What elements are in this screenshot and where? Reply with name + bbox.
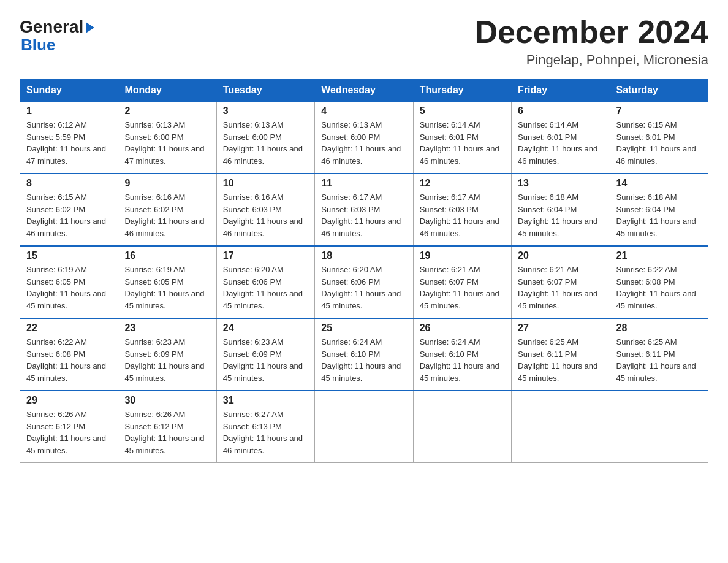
day-number: 2 [124,105,210,117]
day-info: Sunrise: 6:21 AMSunset: 6:07 PMDaylight:… [420,264,505,312]
calendar-week-row: 1Sunrise: 6:12 AMSunset: 5:59 PMDaylight… [20,101,708,174]
calendar-day-cell: 26Sunrise: 6:24 AMSunset: 6:10 PMDayligh… [413,318,511,391]
day-info: Sunrise: 6:17 AMSunset: 6:03 PMDaylight:… [420,191,505,239]
calendar-day-cell: 23Sunrise: 6:23 AMSunset: 6:09 PMDayligh… [118,318,216,391]
calendar-table: SundayMondayTuesdayWednesdayThursdayFrid… [20,79,708,463]
title-area: December 2024 Pingelap, Pohnpei, Microne… [474,15,708,68]
logo: General Blue [20,15,94,55]
calendar-day-cell: 12Sunrise: 6:17 AMSunset: 6:03 PMDayligh… [413,174,511,246]
header-day-sunday: Sunday [20,80,118,102]
calendar-day-cell: 24Sunrise: 6:23 AMSunset: 6:09 PMDayligh… [216,318,314,391]
day-number: 1 [26,105,112,117]
day-info: Sunrise: 6:13 AMSunset: 6:00 PMDaylight:… [223,119,308,167]
calendar-week-row: 22Sunrise: 6:22 AMSunset: 6:08 PMDayligh… [20,318,708,391]
calendar-day-cell: 21Sunrise: 6:22 AMSunset: 6:08 PMDayligh… [610,246,708,318]
calendar-day-cell: 3Sunrise: 6:13 AMSunset: 6:00 PMDaylight… [216,101,314,174]
day-info: Sunrise: 6:24 AMSunset: 6:10 PMDaylight:… [420,336,505,384]
calendar-day-cell: 22Sunrise: 6:22 AMSunset: 6:08 PMDayligh… [20,318,118,391]
day-info: Sunrise: 6:23 AMSunset: 6:09 PMDaylight:… [223,336,308,384]
calendar-day-cell [512,391,610,463]
logo-general: General [20,17,83,37]
header-day-tuesday: Tuesday [216,80,314,102]
page-header: General Blue December 2024 Pingelap, Poh… [20,15,708,68]
day-number: 27 [518,323,603,334]
day-number: 6 [518,105,603,117]
day-info: Sunrise: 6:22 AMSunset: 6:08 PMDaylight:… [616,264,702,312]
calendar-day-cell: 19Sunrise: 6:21 AMSunset: 6:07 PMDayligh… [413,246,511,318]
day-info: Sunrise: 6:15 AMSunset: 6:01 PMDaylight:… [616,119,702,167]
header-day-monday: Monday [118,80,216,102]
calendar-week-row: 29Sunrise: 6:26 AMSunset: 6:12 PMDayligh… [20,391,708,463]
day-info: Sunrise: 6:20 AMSunset: 6:06 PMDaylight:… [223,264,308,312]
day-info: Sunrise: 6:17 AMSunset: 6:03 PMDaylight:… [321,191,406,239]
day-number: 28 [616,323,702,334]
header-day-saturday: Saturday [610,80,708,102]
calendar-day-cell: 2Sunrise: 6:13 AMSunset: 6:00 PMDaylight… [118,101,216,174]
day-number: 3 [223,105,308,117]
calendar-day-cell [413,391,511,463]
day-info: Sunrise: 6:18 AMSunset: 6:04 PMDaylight:… [616,191,702,239]
calendar-day-cell: 14Sunrise: 6:18 AMSunset: 6:04 PMDayligh… [610,174,708,246]
day-number: 14 [616,178,702,189]
calendar-day-cell: 18Sunrise: 6:20 AMSunset: 6:06 PMDayligh… [315,246,413,318]
day-info: Sunrise: 6:19 AMSunset: 6:05 PMDaylight:… [26,264,112,312]
day-number: 16 [124,250,210,261]
month-title: December 2024 [474,15,708,50]
day-info: Sunrise: 6:15 AMSunset: 6:02 PMDaylight:… [26,191,112,239]
day-number: 29 [26,395,112,406]
header-row: SundayMondayTuesdayWednesdayThursdayFrid… [20,80,708,102]
day-number: 11 [321,178,406,189]
calendar-day-cell: 6Sunrise: 6:14 AMSunset: 6:01 PMDaylight… [512,101,610,174]
calendar-day-cell [315,391,413,463]
calendar-day-cell: 31Sunrise: 6:27 AMSunset: 6:13 PMDayligh… [216,391,314,463]
day-info: Sunrise: 6:25 AMSunset: 6:11 PMDaylight:… [518,336,603,384]
calendar-day-cell: 29Sunrise: 6:26 AMSunset: 6:12 PMDayligh… [20,391,118,463]
day-number: 13 [518,178,603,189]
day-info: Sunrise: 6:24 AMSunset: 6:10 PMDaylight:… [321,336,406,384]
calendar-day-cell: 10Sunrise: 6:16 AMSunset: 6:03 PMDayligh… [216,174,314,246]
calendar-day-cell [610,391,708,463]
calendar-day-cell: 17Sunrise: 6:20 AMSunset: 6:06 PMDayligh… [216,246,314,318]
calendar-body: 1Sunrise: 6:12 AMSunset: 5:59 PMDaylight… [20,101,708,463]
calendar-day-cell: 9Sunrise: 6:16 AMSunset: 6:02 PMDaylight… [118,174,216,246]
day-number: 19 [420,250,505,261]
day-info: Sunrise: 6:26 AMSunset: 6:12 PMDaylight:… [26,408,112,456]
day-info: Sunrise: 6:19 AMSunset: 6:05 PMDaylight:… [124,264,210,312]
day-number: 15 [26,250,112,261]
calendar-day-cell: 13Sunrise: 6:18 AMSunset: 6:04 PMDayligh… [512,174,610,246]
day-number: 5 [420,105,505,117]
day-number: 4 [321,105,406,117]
day-number: 23 [124,323,210,334]
header-day-friday: Friday [512,80,610,102]
calendar-header: SundayMondayTuesdayWednesdayThursdayFrid… [20,80,708,102]
calendar-day-cell: 16Sunrise: 6:19 AMSunset: 6:05 PMDayligh… [118,246,216,318]
day-info: Sunrise: 6:12 AMSunset: 5:59 PMDaylight:… [26,119,112,167]
location: Pingelap, Pohnpei, Micronesia [474,52,708,68]
calendar-day-cell: 27Sunrise: 6:25 AMSunset: 6:11 PMDayligh… [512,318,610,391]
day-number: 22 [26,323,112,334]
day-info: Sunrise: 6:27 AMSunset: 6:13 PMDaylight:… [223,408,308,456]
calendar-day-cell: 28Sunrise: 6:25 AMSunset: 6:11 PMDayligh… [610,318,708,391]
calendar-day-cell: 7Sunrise: 6:15 AMSunset: 6:01 PMDaylight… [610,101,708,174]
header-day-wednesday: Wednesday [315,80,413,102]
calendar-day-cell: 8Sunrise: 6:15 AMSunset: 6:02 PMDaylight… [20,174,118,246]
day-number: 8 [26,178,112,189]
calendar-day-cell: 5Sunrise: 6:14 AMSunset: 6:01 PMDaylight… [413,101,511,174]
day-number: 21 [616,250,702,261]
day-info: Sunrise: 6:21 AMSunset: 6:07 PMDaylight:… [518,264,603,312]
day-info: Sunrise: 6:16 AMSunset: 6:02 PMDaylight:… [124,191,210,239]
calendar-day-cell: 30Sunrise: 6:26 AMSunset: 6:12 PMDayligh… [118,391,216,463]
day-info: Sunrise: 6:23 AMSunset: 6:09 PMDaylight:… [124,336,210,384]
day-info: Sunrise: 6:18 AMSunset: 6:04 PMDaylight:… [518,191,603,239]
day-info: Sunrise: 6:20 AMSunset: 6:06 PMDaylight:… [321,264,406,312]
day-number: 7 [616,105,702,117]
day-number: 30 [124,395,210,406]
logo-blue: Blue [20,36,55,55]
calendar-day-cell: 11Sunrise: 6:17 AMSunset: 6:03 PMDayligh… [315,174,413,246]
day-info: Sunrise: 6:26 AMSunset: 6:12 PMDaylight:… [124,408,210,456]
day-number: 17 [223,250,308,261]
calendar-day-cell: 4Sunrise: 6:13 AMSunset: 6:00 PMDaylight… [315,101,413,174]
day-number: 18 [321,250,406,261]
day-number: 31 [223,395,308,406]
logo-arrow-icon [86,22,94,33]
